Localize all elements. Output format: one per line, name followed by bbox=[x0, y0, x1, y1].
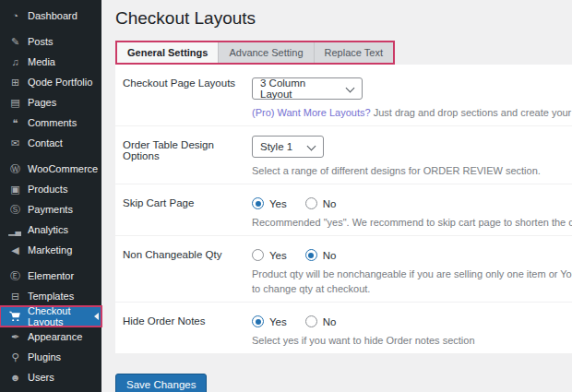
setting-label: Order Table Design Options bbox=[123, 136, 252, 176]
pushpin-icon: ✎ bbox=[8, 36, 21, 48]
main-content: Checkout Layouts General Settings Advanc… bbox=[101, 0, 572, 392]
sidebar-item-comments[interactable]: ❝ Comments bbox=[0, 113, 101, 133]
grid-icon: ⊞ bbox=[8, 77, 21, 89]
brush-icon: ✒ bbox=[8, 331, 21, 343]
sidebar-item-plugins[interactable]: ⚲ Plugins bbox=[0, 347, 101, 367]
description-line-2: to change qty at checkout. bbox=[252, 283, 572, 294]
sidebar-item-analytics[interactable]: ▁▃▅ Analytics bbox=[0, 220, 101, 240]
sidebar-item-label: WooCommerce bbox=[28, 163, 98, 174]
sidebar-item-label: Payments bbox=[28, 204, 73, 215]
payments-icon: Ⓢ bbox=[8, 203, 21, 217]
hide-order-notes-radio-group: Yes No bbox=[252, 312, 572, 327]
pro-highlight-text: (Pro) Want More Layouts? bbox=[252, 107, 371, 118]
order-table-design-select[interactable]: Style 1 bbox=[252, 136, 324, 158]
select-value: Style 1 bbox=[260, 141, 292, 152]
setting-description: Select yes if you want to hide Order not… bbox=[252, 335, 572, 346]
sidebar-item-users[interactable]: ☻ Users bbox=[0, 367, 101, 387]
sidebar-item-label: Marketing bbox=[28, 244, 72, 255]
cart-icon bbox=[8, 311, 21, 323]
tab-advance-setting[interactable]: Advance Setting bbox=[218, 42, 313, 63]
radio-label: No bbox=[323, 316, 337, 327]
bar-chart-icon: ▁▃▅ bbox=[8, 224, 21, 236]
sidebar-item-label: Comments bbox=[28, 117, 77, 128]
sidebar-item-appearance[interactable]: ✒ Appearance bbox=[0, 327, 101, 347]
radio-label: No bbox=[323, 250, 337, 261]
save-changes-button[interactable]: Save Changes bbox=[115, 374, 207, 392]
setting-description: Select a range of different designs for … bbox=[252, 165, 572, 176]
sidebar-item-qode-portfolio[interactable]: ⊞ Qode Portfolio bbox=[0, 72, 101, 92]
tab-replace-text[interactable]: Replace Text bbox=[314, 42, 393, 63]
sidebar-item-marketing[interactable]: ◀ Marketing bbox=[0, 240, 101, 260]
radio-label: Yes bbox=[269, 250, 287, 261]
radio-option-no[interactable]: No bbox=[305, 197, 337, 209]
dashboard-icon: ◔ bbox=[8, 10, 21, 21]
sidebar-item-label: Posts bbox=[28, 36, 54, 47]
sidebar-item-templates[interactable]: ⊟ Templates bbox=[0, 286, 101, 306]
setting-row-order-table-design: Order Table Design Options Style 1 Selec… bbox=[115, 126, 572, 184]
sidebar-item-label: Qode Portfolio bbox=[28, 77, 92, 88]
sidebar-item-label: Plugins bbox=[28, 351, 61, 362]
tab-general-settings[interactable]: General Settings bbox=[117, 42, 218, 63]
radio-option-yes[interactable]: Yes bbox=[252, 315, 287, 327]
radio-option-yes[interactable]: Yes bbox=[252, 249, 287, 261]
select-value: 3 Column Layout bbox=[260, 77, 337, 100]
sidebar-item-dashboard[interactable]: ◔ Dashboard bbox=[0, 6, 101, 26]
setting-row-skip-cart-page: Skip Cart Page Yes No Recommended "yes".… bbox=[115, 184, 572, 236]
sidebar-item-label: Media bbox=[28, 56, 55, 67]
settings-panel: Checkout Page Layouts 3 Column Layout (P… bbox=[115, 65, 572, 353]
plug-icon: ⚲ bbox=[8, 351, 21, 363]
sidebar-item-payments[interactable]: Ⓢ Payments bbox=[0, 199, 101, 220]
radio-label: Yes bbox=[269, 198, 287, 209]
pages-icon: ▤ bbox=[8, 97, 21, 109]
checkout-page-layouts-select[interactable]: 3 Column Layout bbox=[252, 77, 363, 100]
sidebar-item-checkout-layouts[interactable]: Checkout Layouts bbox=[0, 306, 101, 327]
description-text: Just drag and drop sections and create y… bbox=[371, 107, 572, 118]
flyout-arrow-icon bbox=[94, 313, 99, 320]
radio-unchecked-icon bbox=[252, 249, 264, 261]
radio-label: No bbox=[323, 198, 337, 209]
sidebar-item-pages[interactable]: ▤ Pages bbox=[0, 92, 101, 113]
radio-label: Yes bbox=[269, 316, 287, 327]
products-icon: ▣ bbox=[8, 184, 21, 196]
sidebar-item-label: Products bbox=[28, 184, 67, 195]
chevron-down-icon bbox=[307, 143, 316, 151]
wp-admin-window: ◔ Dashboard ✎ Posts ♫ Media ⊞ Qode Portf… bbox=[0, 0, 572, 392]
radio-option-yes[interactable]: Yes bbox=[252, 197, 287, 209]
setting-label: Non Changeable Qty bbox=[123, 245, 252, 294]
folder-icon: ⊟ bbox=[8, 291, 21, 303]
description-line-1: Product qty will be nonchangeable if you… bbox=[252, 268, 572, 279]
sidebar-item-label: Checkout Layouts bbox=[28, 305, 98, 327]
sidebar-item-woocommerce[interactable]: Ⓦ WooCommerce bbox=[0, 159, 101, 179]
page-title: Checkout Layouts bbox=[115, 8, 572, 29]
sidebar-item-label: Appearance bbox=[28, 331, 82, 342]
non-changeable-qty-radio-group: Yes No bbox=[252, 245, 572, 261]
woocommerce-icon: Ⓦ bbox=[8, 162, 21, 176]
sidebar-item-contact[interactable]: ✉ Contact bbox=[0, 133, 101, 153]
setting-description: Product qty will be nonchangeable if you… bbox=[252, 268, 572, 294]
setting-row-checkout-page-layouts: Checkout Page Layouts 3 Column Layout (P… bbox=[115, 65, 572, 126]
sidebar-item-elementor[interactable]: Ⓔ Elementor bbox=[0, 266, 101, 286]
setting-label: Hide Order Notes bbox=[123, 312, 252, 346]
envelope-icon: ✉ bbox=[8, 137, 21, 149]
user-icon: ☻ bbox=[8, 372, 21, 383]
setting-label: Skip Cart Page bbox=[123, 194, 252, 228]
chevron-down-icon bbox=[346, 85, 354, 93]
skip-cart-page-radio-group: Yes No bbox=[252, 194, 572, 209]
media-icon: ♫ bbox=[8, 56, 21, 67]
radio-checked-icon bbox=[252, 197, 264, 209]
radio-option-no[interactable]: No bbox=[305, 315, 337, 327]
setting-row-hide-order-notes: Hide Order Notes Yes No Select yes if yo… bbox=[115, 303, 572, 353]
radio-unchecked-icon bbox=[305, 315, 317, 327]
admin-sidebar: ◔ Dashboard ✎ Posts ♫ Media ⊞ Qode Portf… bbox=[0, 0, 101, 392]
radio-option-no[interactable]: No bbox=[305, 249, 337, 261]
sidebar-item-posts[interactable]: ✎ Posts bbox=[0, 31, 101, 52]
setting-row-non-changeable-qty: Non Changeable Qty Yes No Product qt bbox=[115, 236, 572, 303]
sidebar-item-label: Templates bbox=[28, 291, 74, 302]
radio-unchecked-icon bbox=[305, 197, 317, 209]
radio-checked-icon bbox=[252, 315, 264, 327]
sidebar-item-media[interactable]: ♫ Media bbox=[0, 52, 101, 72]
sidebar-item-products[interactable]: ▣ Products bbox=[0, 179, 101, 199]
comment-bubble-icon: ❝ bbox=[8, 117, 21, 129]
sidebar-item-label: Analytics bbox=[28, 224, 68, 235]
setting-label: Checkout Page Layouts bbox=[123, 74, 252, 118]
